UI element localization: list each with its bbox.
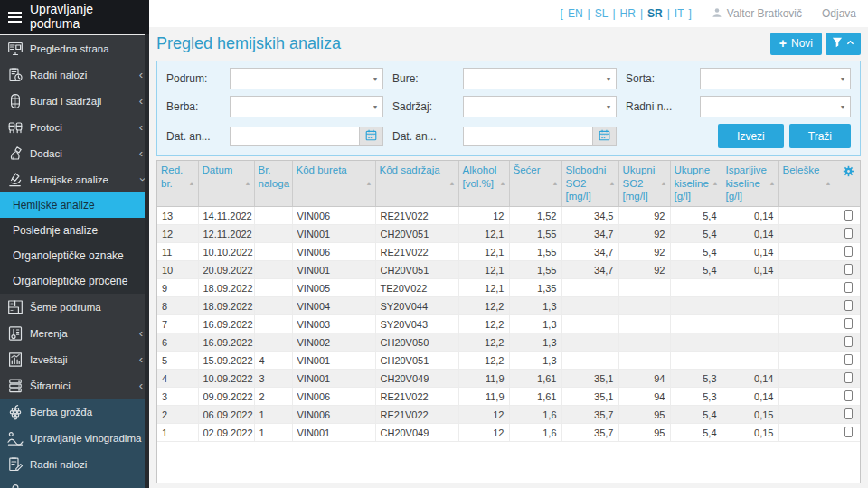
sidebar-item-upravljanje-vinogradima[interactable]: Upravljanje vinogradima bbox=[0, 425, 149, 451]
cell-alkohol: 12,1 bbox=[458, 261, 509, 279]
table-row[interactable]: 309.09.20222VIN006RE21V02211,91,6135,194… bbox=[157, 388, 861, 406]
column-header-kod-sadrzaja[interactable]: Kôd sadržaja▲ bbox=[375, 161, 458, 207]
datum-do-input[interactable] bbox=[463, 127, 592, 146]
sidebar-item-radni-nalozi-vinograd[interactable]: Radni nalozi bbox=[0, 451, 149, 477]
datum-od-calendar-button[interactable] bbox=[359, 127, 383, 146]
sadrzaj-select[interactable]: ▾ bbox=[463, 96, 617, 117]
sidebar-item-protoci[interactable]: Protoci‹ bbox=[0, 114, 149, 140]
sidebar-item-label: Organoleptičke procene bbox=[13, 275, 127, 287]
note-icon[interactable] bbox=[844, 372, 853, 383]
column-header-beleske[interactable]: Beleške▲ bbox=[778, 161, 835, 207]
table-row[interactable]: 1110.10.2022VIN006RE21V02212,11,5534,792… bbox=[157, 243, 861, 261]
note-icon[interactable] bbox=[844, 336, 853, 347]
sidebar-item-poslednje-analize[interactable]: Poslednje analize bbox=[0, 218, 149, 243]
cell-actions bbox=[835, 315, 861, 333]
table-row[interactable]: 616.09.2022VIN002CH20V05012,21,3 bbox=[157, 333, 861, 352]
sidebar-item-hemijske-analize-pregled[interactable]: Hemijske analize bbox=[0, 192, 149, 218]
sidebar-item-label: Radni nalozi bbox=[30, 459, 87, 470]
lang-hr[interactable]: HR bbox=[620, 7, 636, 20]
lang-sl[interactable]: SL bbox=[595, 7, 609, 20]
sidebar-item-pregledna-strana[interactable]: Pregledna strana bbox=[0, 35, 149, 61]
note-icon[interactable] bbox=[844, 427, 853, 437]
sidebar-item-berba-grozdja[interactable]: Berba grožđa bbox=[0, 399, 149, 425]
note-icon[interactable] bbox=[844, 282, 853, 293]
note-icon[interactable] bbox=[844, 264, 853, 275]
table-row[interactable]: 1212.11.2022VIN001CH20V05112,11,5534,792… bbox=[157, 225, 861, 243]
podrum-select[interactable]: ▾ bbox=[230, 68, 383, 89]
cell-ukupne-kiseline: 5,4 bbox=[670, 406, 722, 424]
table-row[interactable]: 410.09.20223VIN001CH20V04911,91,6135,194… bbox=[157, 370, 861, 388]
dropdown-caret-icon: ▾ bbox=[841, 75, 844, 83]
sidebar-scrollbar[interactable] bbox=[145, 34, 149, 488]
grapes-icon bbox=[6, 404, 24, 420]
table-row[interactable]: 515.09.20224VIN001CH20V05112,21,3 bbox=[157, 352, 861, 370]
sidebar-item-burad-i-sadrzaji[interactable]: Burad i sadržaji‹ bbox=[0, 88, 149, 114]
datum-do-calendar-button[interactable] bbox=[592, 127, 617, 146]
column-header-actions[interactable] bbox=[835, 161, 861, 207]
note-icon[interactable] bbox=[844, 390, 853, 401]
database-icon bbox=[6, 378, 24, 394]
note-icon[interactable] bbox=[844, 300, 853, 311]
sidebar-item-hemijske-analize[interactable]: Hemijske analize‹ bbox=[0, 166, 149, 192]
cell-kod-sadrzaja: SY20V043 bbox=[375, 315, 458, 333]
column-label: Kôd bureta bbox=[297, 164, 347, 175]
note-icon[interactable] bbox=[844, 318, 853, 329]
note-icon[interactable] bbox=[844, 210, 853, 221]
column-header-secer[interactable]: Šećer▲ bbox=[509, 161, 561, 207]
gear-icon[interactable] bbox=[843, 168, 854, 179]
datum-od-input[interactable] bbox=[230, 127, 359, 146]
person-icon bbox=[712, 7, 722, 21]
filter-toggle-button[interactable] bbox=[826, 33, 861, 55]
sidebar-item-organolepticke-procene[interactable]: Organoleptičke procene bbox=[0, 268, 149, 294]
column-header-kod-bureta[interactable]: Kôd bureta▲ bbox=[292, 161, 375, 207]
column-header-ukupni-so2[interactable]: Ukupni SO2 [mg/l]▲ bbox=[618, 161, 670, 207]
table-row[interactable]: 918.09.2022VIN005TE20V02212,11,35 bbox=[157, 279, 861, 297]
sidebar-item-sifrarnici[interactable]: Šifrarnici‹ bbox=[0, 372, 149, 399]
table-row[interactable]: 818.09.2022VIN004SY20V04412,21,3 bbox=[157, 297, 861, 315]
column-header-isparljive-kiseline[interactable]: Isparljive kiseline [g/l]▲ bbox=[722, 161, 778, 207]
cell-slobodni-so2 bbox=[561, 279, 618, 297]
column-header-slobodni-so2[interactable]: Slobodni SO2 [mg/l]▲ bbox=[561, 161, 618, 207]
export-button[interactable]: Izvezi bbox=[718, 124, 784, 148]
sidebar-item-organolepticke-oznake[interactable]: Organoleptičke oznake bbox=[0, 243, 149, 268]
radni-nalog-select[interactable]: ▾ bbox=[700, 96, 851, 117]
sidebar-item-label: Izveštaji bbox=[30, 354, 68, 365]
table-row[interactable]: 102.09.20221VIN001CH20V049121,635,7955,4… bbox=[157, 424, 861, 442]
logout-link[interactable]: Odjava bbox=[822, 7, 856, 20]
sidebar-item-seme-podruma[interactable]: Šeme podruma bbox=[0, 294, 149, 320]
column-header-red-br[interactable]: Red. br.▲ bbox=[157, 161, 198, 207]
title-row: Pregled hemijskih analiza + Novi bbox=[149, 27, 868, 59]
column-header-br-naloga[interactable]: Br. naloga▲ bbox=[254, 161, 292, 207]
note-icon[interactable] bbox=[844, 408, 853, 419]
search-button[interactable]: Traži bbox=[789, 124, 851, 148]
column-header-datum[interactable]: Datum▲ bbox=[198, 161, 254, 207]
bure-select[interactable]: ▾ bbox=[463, 68, 617, 89]
sidebar-item-izvestaji[interactable]: Izveštaji‹ bbox=[0, 346, 149, 372]
new-button[interactable]: + Novi bbox=[770, 33, 822, 55]
table-row[interactable]: 716.09.2022VIN003SY20V04312,21,3 bbox=[157, 315, 861, 333]
lang-en[interactable]: EN bbox=[568, 7, 583, 20]
user-info: Valter Bratkovič bbox=[712, 7, 802, 21]
note-icon[interactable] bbox=[844, 228, 853, 239]
sidebar-item-dodaci[interactable]: Dodaci‹ bbox=[0, 140, 149, 166]
menu-toggle-icon[interactable] bbox=[8, 12, 22, 23]
column-header-alkohol[interactable]: Alkohol [vol.%]▲ bbox=[458, 161, 509, 207]
table-row[interactable]: 1314.11.2022VIN006RE21V022121,5234,5925,… bbox=[157, 207, 861, 225]
sidebar-item-bottom-partial[interactable] bbox=[0, 477, 149, 488]
cell-slobodni-so2 bbox=[561, 315, 618, 333]
language-separator: | bbox=[667, 7, 670, 20]
berba-select[interactable]: ▾ bbox=[230, 96, 383, 117]
note-icon[interactable] bbox=[844, 246, 853, 257]
microscope-icon bbox=[6, 172, 24, 188]
sidebar-item-radni-nalozi[interactable]: Radni nalozi‹ bbox=[0, 61, 149, 88]
note-icon[interactable] bbox=[844, 354, 853, 365]
sorta-select[interactable]: ▾ bbox=[700, 68, 851, 89]
table-row[interactable]: 206.09.20221VIN006RE21V022121,635,7955,4… bbox=[157, 406, 861, 424]
table-row[interactable]: 1020.09.2022VIN001CH20V05112,11,5534,792… bbox=[157, 261, 861, 279]
sidebar-item-merenja[interactable]: Merenja‹ bbox=[0, 320, 149, 346]
lang-sr[interactable]: SR bbox=[647, 7, 663, 20]
column-header-ukupne-kiseline[interactable]: Ukupne kiseline [g/l]▲ bbox=[670, 161, 722, 207]
cell-ukupne-kiseline: 5,3 bbox=[670, 388, 722, 406]
cell-isparljive-kiseline bbox=[722, 315, 778, 333]
lang-it[interactable]: IT bbox=[675, 7, 684, 20]
